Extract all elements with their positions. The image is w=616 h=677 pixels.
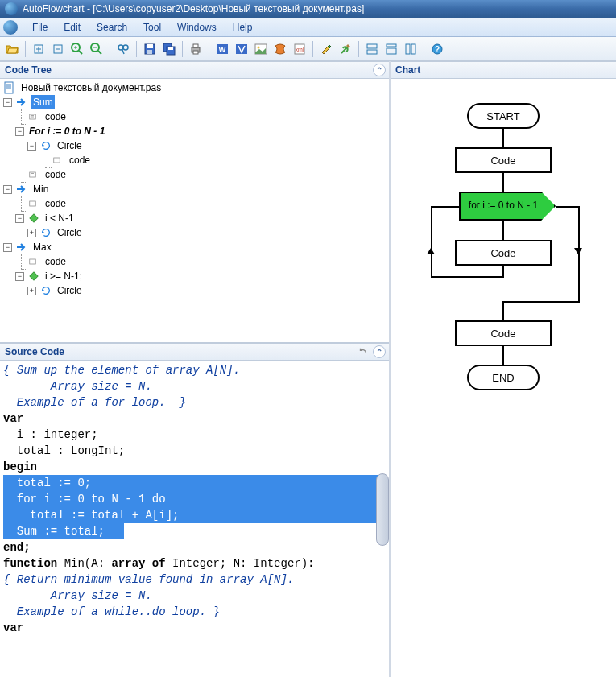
svg-export-button[interactable] [271,40,289,58]
svg-rect-31 [367,44,377,48]
source-line: var [3,411,386,427]
layout2-button[interactable] [382,40,400,58]
menu-edit[interactable]: Edit [56,19,89,35]
loop-icon [39,226,52,239]
collapse-all-button[interactable] [49,40,67,58]
svg-rect-23 [193,51,198,54]
source-line: { Return minimum value found in array A[… [3,572,386,588]
source-line: Example of a while..do loop. } [3,604,386,620]
expander-icon[interactable]: + [27,287,36,295]
window-title: AutoFlowchart - [C:\Users\copyuser2\Desk… [23,3,364,14]
svg-text:xml: xml [296,47,304,52]
open-button[interactable] [3,40,21,58]
flowchart-code2[interactable]: Code [455,240,552,266]
undo-icon[interactable] [357,345,370,358]
flowchart-start[interactable]: START [467,103,540,129]
xml-export-button[interactable]: xml [291,40,308,58]
source-line: Example of a for loop. } [3,394,386,411]
print-button[interactable] [187,40,205,58]
svg-rect-48 [30,172,36,177]
code-icon [27,255,40,268]
menu-file[interactable]: File [24,19,56,35]
code-tree-panel: Новый текстовый документ.pas − Sum code … [0,79,389,343]
tree-item[interactable]: − i < N-1 [3,211,386,225]
tree-item[interactable]: code [3,196,386,211]
tree-item[interactable]: + Circle [3,283,386,298]
tree-item[interactable]: code [3,109,386,124]
tree-root[interactable]: Новый текстовый документ.pas [3,80,386,95]
svg-rect-35 [406,44,410,54]
loop-icon [39,139,52,152]
word-export-button[interactable]: W [213,40,231,58]
svg-line-10 [98,51,101,54]
flowchart-end[interactable]: END [467,365,540,390]
scrollbar-thumb[interactable] [376,473,389,546]
expander-icon[interactable]: − [3,185,12,194]
tree-item[interactable]: code [3,254,386,269]
tree-item[interactable]: − Circle [3,138,386,153]
tree-item[interactable]: code [3,153,386,167]
layout1-button[interactable] [363,40,381,58]
svg-rect-36 [411,44,415,54]
svg-rect-22 [193,44,198,47]
chart-header: Chart [391,61,616,79]
code-icon [27,168,40,181]
source-code-title: Source Code [5,346,64,357]
menu-tool[interactable]: Tool [135,19,169,35]
save-all-button[interactable] [160,40,178,58]
source-line: { Sum up the element of array A[N]. [3,362,386,378]
svg-line-6 [79,51,82,54]
help-button[interactable]: ? [428,40,446,58]
zoom-out-button[interactable] [88,40,105,58]
source-line: var [3,620,386,636]
svg-rect-46 [54,158,60,163]
visio-export-button[interactable] [233,40,250,58]
source-line: i : integer; [3,427,386,443]
expander-icon[interactable]: − [15,127,24,136]
function-arrow-icon [15,183,28,196]
condition-icon [27,212,40,225]
tree-item[interactable]: − i >= N-1; [3,269,386,283]
menu-search[interactable]: Search [89,19,135,35]
expand-all-button[interactable] [30,40,48,58]
source-code-panel[interactable]: { Sum up the element of array A[N]. Arra… [0,361,389,677]
svg-rect-33 [387,44,396,47]
code-tree-header: Code Tree ⌃ [0,61,389,79]
tree-min[interactable]: − Min [3,182,386,196]
save-button[interactable] [141,40,159,58]
flowchart-code3[interactable]: Code [455,320,552,346]
zoom-in-button[interactable] [68,40,86,58]
expander-icon[interactable]: + [27,229,36,237]
app-icon [3,20,18,35]
settings-button[interactable] [317,40,335,58]
tree-item[interactable]: code [3,167,386,182]
expander-icon[interactable]: − [3,98,12,107]
svg-text:W: W [219,46,226,54]
source-line: end; [3,539,386,555]
tree-sum[interactable]: − Sum [3,95,386,109]
svg-rect-17 [147,50,152,54]
flowchart-code1[interactable]: Code [455,147,552,173]
chart-panel: START Code for i := 0 to N - 1 Code [391,79,616,677]
source-line: Array size = N. [3,378,386,394]
expander-icon[interactable]: − [27,142,36,151]
menu-help[interactable]: Help [225,19,261,35]
tree-for[interactable]: − For i := 0 to N - 1 [3,124,386,138]
svg-rect-50 [30,201,36,206]
expander-icon[interactable]: − [15,214,24,223]
tree-max[interactable]: − Max [3,240,386,254]
expander-icon[interactable]: − [3,243,12,252]
flowchart-loop[interactable]: for i := 0 to N - 1 [459,192,556,221]
tools-button[interactable] [337,40,354,58]
collapse-panel-button[interactable]: ⌃ [373,345,386,358]
image-export-button[interactable] [252,40,270,58]
collapse-panel-button[interactable]: ⌃ [373,64,386,76]
toolbar: W xml ? [0,37,616,61]
tree-item[interactable]: + Circle [3,225,386,240]
menu-bar: File Edit Search Tool Windows Help [0,18,616,37]
expander-icon[interactable]: − [15,272,24,281]
layout3-button[interactable] [402,40,420,58]
menu-windows[interactable]: Windows [169,19,225,35]
find-button[interactable] [114,40,132,58]
svg-rect-34 [387,48,396,54]
